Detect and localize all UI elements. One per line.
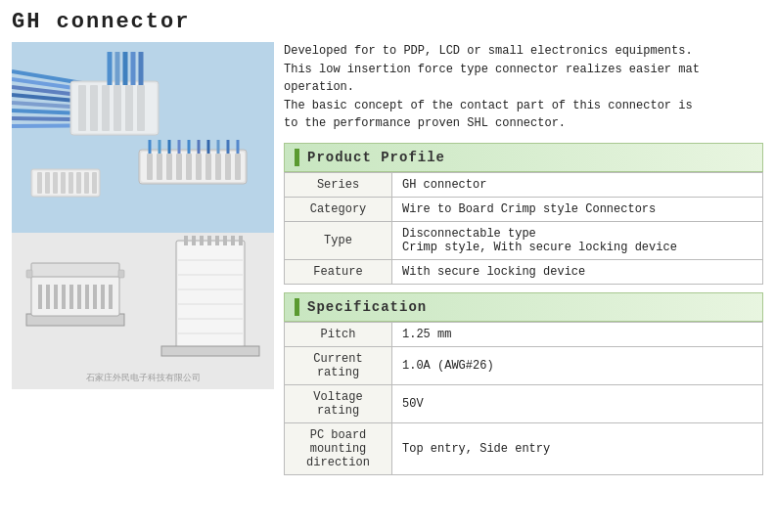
svg-rect-26 [166,154,172,180]
page-wrapper: GH connector [0,0,775,532]
svg-rect-64 [93,285,97,309]
svg-rect-49 [61,172,66,194]
specification-header: Specification [284,292,763,322]
connector-image-top [12,42,274,233]
label-category: Category [285,197,392,221]
value-feature: With secure locking device [392,259,763,284]
svg-rect-52 [84,172,89,194]
svg-rect-12 [90,85,98,131]
desc-line3: operation. [284,80,354,94]
connector-image-bottom: 石家庄外民电子科技有限公司 [12,233,274,389]
svg-rect-31 [215,154,221,180]
svg-rect-24 [147,154,153,180]
specification-table: Pitch 1.25 mm Current rating 1.0A (AWG#2… [284,322,763,475]
svg-rect-71 [178,243,243,346]
svg-rect-69 [118,270,124,278]
label-pcboard: PC boardmountingdirection [285,422,392,474]
desc-line4: The basic concept of the contact part of… [284,99,693,112]
svg-rect-58 [46,285,50,309]
value-type: Disconnectable typeCrimp style, With sec… [392,221,763,259]
product-profile-header: Product Profile [284,143,763,172]
svg-rect-15 [125,85,133,131]
svg-rect-68 [26,270,32,278]
svg-rect-67 [31,263,119,277]
svg-rect-79 [239,236,243,245]
svg-rect-62 [77,285,81,309]
svg-rect-75 [207,236,211,245]
value-current: 1.0A (AWG#26) [392,346,763,384]
product-profile-table: Series GH connector Category Wire to Boa… [284,172,763,285]
table-row: Type Disconnectable typeCrimp style, Wit… [285,221,763,259]
svg-rect-13 [102,85,110,131]
svg-text:石家庄外民电子科技有限公司: 石家庄外民电子科技有限公司 [86,373,201,382]
svg-rect-77 [223,236,227,245]
label-pitch: Pitch [285,322,392,346]
svg-rect-29 [196,154,202,180]
svg-rect-76 [215,236,219,245]
svg-rect-72 [184,236,188,245]
svg-rect-60 [62,285,66,309]
svg-rect-46 [37,172,42,194]
svg-rect-66 [109,285,113,309]
table-row: Pitch 1.25 mm [285,322,763,346]
right-panel: Developed for to PDP, LCD or small elect… [284,42,763,532]
svg-rect-86 [161,346,259,356]
svg-rect-56 [31,275,119,316]
section-bar-icon [295,149,299,166]
svg-rect-33 [235,154,241,180]
table-row: Series GH connector [285,172,763,197]
description: Developed for to PDP, LCD or small elect… [284,42,763,133]
svg-rect-61 [69,285,73,309]
svg-rect-28 [186,154,192,180]
label-series: Series [285,172,392,197]
connector-svg-bottom-image: 石家庄外民电子科技有限公司 [12,236,274,387]
label-type: Type [285,221,392,259]
svg-rect-48 [53,172,58,194]
table-row: Current rating 1.0A (AWG#26) [285,346,763,384]
page-title: GH connector [12,10,763,34]
svg-rect-27 [176,154,182,180]
table-row: Feature With secure locking device [285,259,763,284]
label-current: Current rating [285,346,392,384]
svg-rect-51 [76,172,81,194]
table-row: PC boardmountingdirection Top entry, Sid… [285,422,763,474]
label-feature: Feature [285,259,392,284]
svg-rect-57 [38,285,42,309]
value-pcboard: Top entry, Side entry [392,422,763,474]
svg-rect-14 [114,85,121,131]
label-voltage: Voltage rating [285,384,392,422]
value-pitch: 1.25 mm [392,322,763,346]
svg-rect-50 [68,172,73,194]
desc-line2: This low insertion force type connector … [284,63,700,76]
desc-line1: Developed for to PDP, LCD or small elect… [284,44,693,58]
table-row: Category Wire to Board Crimp style Conne… [285,197,763,221]
connector-svg-top-image [12,42,274,233]
svg-rect-65 [101,285,105,309]
svg-rect-30 [205,154,211,180]
svg-rect-25 [157,154,162,180]
main-content: 石家庄外民电子科技有限公司 Developed for to PDP, LCD … [12,42,763,532]
desc-line5: to the performance proven SHL connector. [284,116,566,130]
svg-rect-11 [78,85,86,131]
svg-rect-78 [231,236,235,245]
specification-title: Specification [307,299,427,315]
left-panel: 石家庄外民电子科技有限公司 [12,42,274,532]
svg-rect-53 [92,172,97,194]
value-voltage: 50V [392,384,763,422]
svg-rect-47 [45,172,50,194]
value-category: Wire to Board Crimp style Connectors [392,197,763,221]
table-row: Voltage rating 50V [285,384,763,422]
product-profile-title: Product Profile [307,150,445,165]
svg-rect-32 [225,154,231,180]
svg-rect-16 [137,85,145,131]
svg-rect-73 [192,236,196,245]
section-bar-icon-2 [295,298,299,316]
svg-rect-63 [85,285,89,309]
svg-rect-59 [54,285,58,309]
svg-rect-74 [200,236,204,245]
value-series: GH connector [392,172,763,197]
